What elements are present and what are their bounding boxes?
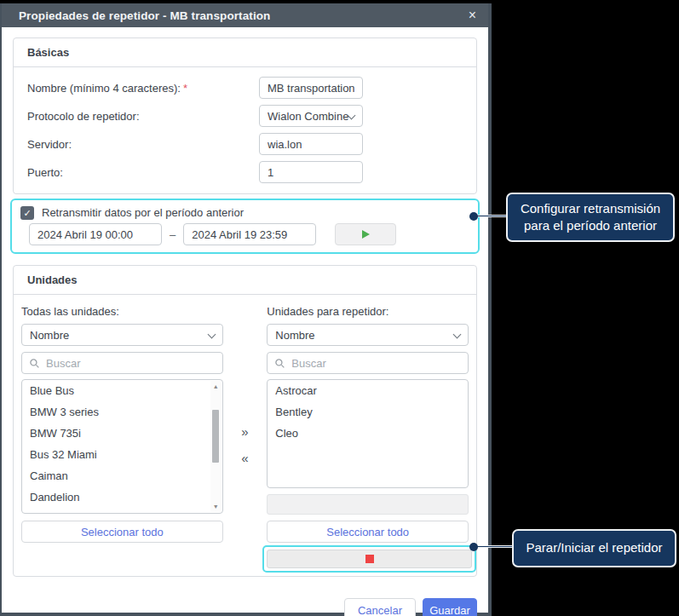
section-units: Unidades Todas las unidades:: [13, 265, 477, 577]
all-units-column: Todas las unidades: ▲: [21, 295, 223, 573]
repeater-units-search-input[interactable]: [267, 352, 469, 374]
callout-retransmit-period: Configurar retransmisión para el período…: [506, 193, 675, 242]
field-row-name: Nombre (mínimo 4 caracteres):*: [27, 77, 463, 99]
all-units-search-input[interactable]: [21, 352, 223, 374]
save-button[interactable]: Guardar: [423, 598, 477, 616]
scroll-up-icon[interactable]: ▲: [210, 381, 222, 392]
callout-stop-start-repeater: Parar/Iniciar el repetidor: [512, 529, 676, 567]
protocol-select[interactable]: [259, 105, 363, 127]
callout-connector-line: [474, 215, 508, 217]
list-item[interactable]: Dandelion: [22, 486, 210, 508]
transfer-buttons: » «: [223, 295, 268, 573]
units-header: Unidades: [14, 266, 476, 295]
progress-bar: [267, 494, 469, 515]
scroll-down-icon[interactable]: ▼: [210, 501, 222, 512]
select-all-right-button[interactable]: Seleccionar todo: [267, 521, 469, 543]
search-icon: [29, 357, 40, 372]
callout-connector-dot: [469, 543, 478, 551]
field-row-server: Servidor:: [27, 133, 463, 155]
scrollbar-thumb[interactable]: [212, 410, 219, 463]
start-retransmit-button[interactable]: [335, 223, 396, 245]
close-icon[interactable]: ×: [469, 9, 476, 22]
all-units-list[interactable]: ▲ ▼ Blue BusBMW 3 seriesBMW 735iBus 32 M…: [21, 379, 223, 514]
cancel-button[interactable]: Cancelar: [344, 598, 416, 616]
repeater-units-label: Unidades para repetidor:: [267, 305, 469, 319]
section-basics: Básicas Nombre (mínimo 4 caracteres):* P…: [13, 37, 477, 194]
callout-connector-dot: [469, 212, 478, 221]
list-item[interactable]: Bentley: [268, 401, 468, 423]
date-to-input[interactable]: [183, 223, 316, 245]
port-input[interactable]: [259, 161, 363, 183]
repeater-properties-dialog: Propiedades de repetidor - MB transporta…: [0, 3, 492, 616]
port-label: Puerto:: [27, 166, 259, 179]
field-row-port: Puerto:: [27, 161, 463, 183]
stop-icon: [365, 555, 374, 563]
scrollbar[interactable]: ▲ ▼: [210, 381, 222, 512]
callout-connector-line: [474, 545, 514, 548]
protocol-label: Protocolo de repetidor:: [27, 110, 259, 123]
repeater-units-sort-select[interactable]: [267, 324, 469, 346]
date-range-dash: –: [170, 228, 176, 241]
repeater-toggle-highlight: [262, 545, 476, 573]
dialog-title: Propiedades de repetidor - MB transporta…: [19, 9, 270, 22]
all-units-label: Todas las unidades:: [21, 305, 223, 319]
select-all-left-button[interactable]: Seleccionar todo: [21, 521, 223, 543]
name-label: Nombre (mínimo 4 caracteres):*: [27, 82, 259, 95]
field-row-protocol: Protocolo de repetidor:: [27, 105, 463, 127]
list-item[interactable]: Cleo: [268, 423, 468, 444]
move-left-icon[interactable]: «: [241, 452, 248, 464]
list-item[interactable]: Bus 32 Miami: [22, 444, 210, 465]
server-input[interactable]: [259, 133, 363, 155]
server-label: Servidor:: [27, 138, 259, 151]
stop-start-repeater-button[interactable]: [267, 550, 472, 568]
retransmit-period-block: ✓ Retransmitir datos por el período ante…: [10, 199, 480, 254]
list-item[interactable]: Astrocar: [268, 380, 468, 401]
repeater-units-list[interactable]: AstrocarBentleyCleo: [267, 379, 469, 488]
list-item[interactable]: BMW 3 series: [22, 401, 210, 423]
required-asterisk: *: [183, 82, 187, 95]
dialog-body: Básicas Nombre (mínimo 4 caracteres):* P…: [2, 27, 488, 616]
repeater-units-column: Unidades para repetidor: AstrocarBentley…: [267, 295, 469, 573]
name-input[interactable]: [259, 77, 363, 99]
move-right-icon[interactable]: »: [241, 425, 248, 438]
dialog-footer: Cancelar Guardar: [13, 577, 477, 616]
list-item[interactable]: Caiman: [22, 465, 210, 486]
basics-header: Básicas: [14, 38, 476, 67]
list-item[interactable]: Blue Bus: [22, 380, 210, 401]
play-icon: [362, 230, 370, 239]
repeater-units-sort-value[interactable]: [267, 324, 469, 346]
dialog-titlebar: Propiedades de repetidor - MB transporta…: [2, 3, 488, 27]
search-icon: [274, 357, 285, 372]
list-item[interactable]: BMW 735i: [22, 423, 210, 444]
retransmit-checkbox[interactable]: ✓: [20, 206, 34, 220]
date-from-input[interactable]: [29, 223, 162, 245]
all-units-sort-value[interactable]: [21, 324, 223, 346]
all-units-sort-select[interactable]: [21, 324, 223, 346]
retransmit-checkbox-label: Retransmitir datos por el período anteri…: [42, 206, 244, 219]
basics-rows: Nombre (mínimo 4 caracteres):* Protocolo…: [14, 67, 476, 193]
